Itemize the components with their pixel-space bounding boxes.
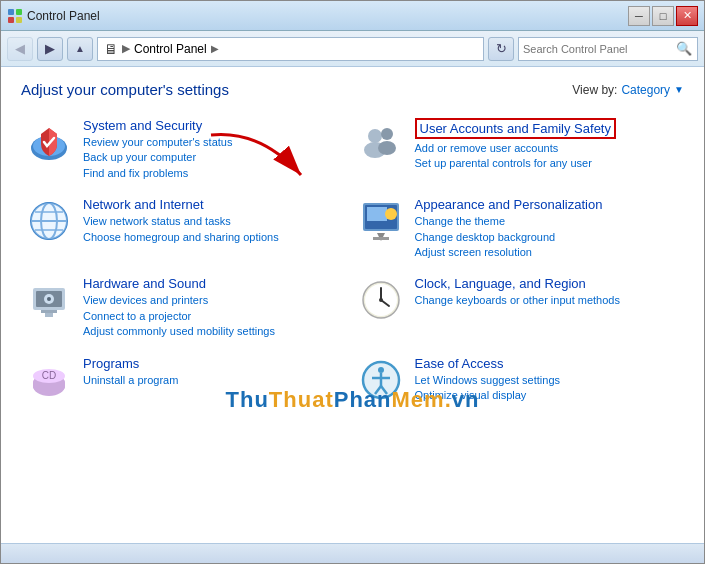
ease-of-access-title[interactable]: Ease of Access (415, 356, 681, 371)
programs-link-1[interactable]: Uninstall a program (83, 373, 349, 388)
hardware-link-3[interactable]: Adjust commonly used mobility settings (83, 324, 349, 339)
svg-rect-3 (16, 17, 22, 23)
ease-of-access-link-2[interactable]: Optimize visual display (415, 388, 681, 403)
list-item: Network and Internet View network status… (21, 189, 353, 268)
svg-point-39 (378, 367, 384, 373)
address-icon: 🖥 (104, 41, 118, 57)
main-content: Adjust your computer's settings View by:… (1, 67, 704, 543)
view-by-value[interactable]: Category (621, 83, 670, 97)
list-item: Ease of Access Let Windows suggest setti… (353, 348, 685, 412)
svg-point-32 (379, 298, 383, 302)
appearance-content: Appearance and Personalization Change th… (415, 197, 681, 260)
system-security-icon (25, 118, 73, 166)
svg-point-6 (368, 129, 382, 143)
list-item: Clock, Language, and Region Change keybo… (353, 268, 685, 347)
hardware-icon (25, 276, 73, 324)
svg-rect-26 (41, 310, 57, 313)
status-bar (1, 543, 704, 563)
programs-content: Programs Uninstall a program (83, 356, 349, 388)
list-item: Hardware and Sound View devices and prin… (21, 268, 353, 347)
path-item: Control Panel (134, 42, 207, 56)
svg-rect-0 (8, 9, 14, 15)
back-button[interactable]: ◀ (7, 37, 33, 61)
network-icon (25, 197, 73, 245)
list-item: System and Security Review your computer… (21, 110, 353, 189)
network-title[interactable]: Network and Internet (83, 197, 349, 212)
user-accounts-content: User Accounts and Family Safety Add or r… (415, 118, 681, 172)
programs-title[interactable]: Programs (83, 356, 349, 371)
title-bar: Control Panel ─ □ ✕ (1, 1, 704, 31)
user-accounts-link-2[interactable]: Set up parental controls for any user (415, 156, 681, 171)
content-header: Adjust your computer's settings View by:… (1, 67, 704, 106)
hardware-title[interactable]: Hardware and Sound (83, 276, 349, 291)
network-content: Network and Internet View network status… (83, 197, 349, 245)
categories-grid: System and Security Review your computer… (1, 106, 704, 416)
close-button[interactable]: ✕ (676, 6, 698, 26)
svg-rect-1 (16, 9, 22, 15)
address-bar: ◀ ▶ ▲ 🖥 ▶ Control Panel ▶ ↻ 🔍 (1, 31, 704, 67)
list-item: CD Programs Uninstall a program (21, 348, 353, 412)
clock-link-1[interactable]: Change keyboards or other input methods (415, 293, 681, 308)
system-security-link-2[interactable]: Back up your computer (83, 150, 349, 165)
appearance-icon (357, 197, 405, 245)
list-item: Appearance and Personalization Change th… (353, 189, 685, 268)
ease-of-access-icon (357, 356, 405, 404)
search-button[interactable]: 🔍 (675, 40, 693, 58)
search-box[interactable]: 🔍 (518, 37, 698, 61)
path-separator: ▶ (122, 42, 130, 55)
svg-text:CD: CD (42, 370, 56, 381)
system-security-link-3[interactable]: Find and fix problems (83, 166, 349, 181)
hardware-link-2[interactable]: Connect to a projector (83, 309, 349, 324)
search-input[interactable] (523, 43, 673, 55)
system-security-title[interactable]: System and Security (83, 118, 349, 133)
title-bar-controls: ─ □ ✕ (628, 6, 698, 26)
hardware-content: Hardware and Sound View devices and prin… (83, 276, 349, 339)
control-panel-icon (7, 8, 23, 24)
title-bar-title: Control Panel (27, 9, 100, 23)
svg-rect-27 (45, 313, 53, 317)
svg-rect-21 (373, 237, 389, 240)
appearance-title[interactable]: Appearance and Personalization (415, 197, 681, 212)
user-accounts-icon (357, 118, 405, 166)
network-link-2[interactable]: Choose homegroup and sharing options (83, 230, 349, 245)
svg-point-19 (385, 208, 397, 220)
appearance-link-2[interactable]: Change desktop background (415, 230, 681, 245)
clock-title[interactable]: Clock, Language, and Region (415, 276, 681, 291)
svg-point-9 (378, 141, 396, 155)
forward-button[interactable]: ▶ (37, 37, 63, 61)
system-security-content: System and Security Review your computer… (83, 118, 349, 181)
svg-point-15 (31, 203, 67, 239)
up-button[interactable]: ▲ (67, 37, 93, 61)
path-dropdown-arrow[interactable]: ▶ (211, 43, 219, 54)
programs-icon: CD (25, 356, 73, 404)
svg-rect-18 (367, 207, 387, 221)
svg-point-25 (47, 297, 51, 301)
appearance-link-3[interactable]: Adjust screen resolution (415, 245, 681, 260)
network-link-1[interactable]: View network status and tasks (83, 214, 349, 229)
list-item: User Accounts and Family Safety Add or r… (353, 110, 685, 189)
system-security-link-1[interactable]: Review your computer's status (83, 135, 349, 150)
ease-of-access-content: Ease of Access Let Windows suggest setti… (415, 356, 681, 404)
refresh-button[interactable]: ↻ (488, 37, 514, 61)
title-bar-left: Control Panel (7, 8, 100, 24)
clock-icon (357, 276, 405, 324)
svg-rect-2 (8, 17, 14, 23)
main-window: Control Panel ─ □ ✕ ◀ ▶ ▲ 🖥 ▶ Control Pa… (0, 0, 705, 564)
svg-point-8 (381, 128, 393, 140)
view-by-control: View by: Category ▼ (572, 83, 684, 97)
clock-content: Clock, Language, and Region Change keybo… (415, 276, 681, 308)
user-accounts-title[interactable]: User Accounts and Family Safety (415, 118, 616, 139)
hardware-link-1[interactable]: View devices and printers (83, 293, 349, 308)
view-by-arrow-icon[interactable]: ▼ (674, 84, 684, 95)
ease-of-access-link-1[interactable]: Let Windows suggest settings (415, 373, 681, 388)
user-accounts-link-1[interactable]: Add or remove user accounts (415, 141, 681, 156)
appearance-link-1[interactable]: Change the theme (415, 214, 681, 229)
maximize-button[interactable]: □ (652, 6, 674, 26)
address-path[interactable]: 🖥 ▶ Control Panel ▶ (97, 37, 484, 61)
view-by-label: View by: (572, 83, 617, 97)
minimize-button[interactable]: ─ (628, 6, 650, 26)
page-title: Adjust your computer's settings (21, 81, 229, 98)
